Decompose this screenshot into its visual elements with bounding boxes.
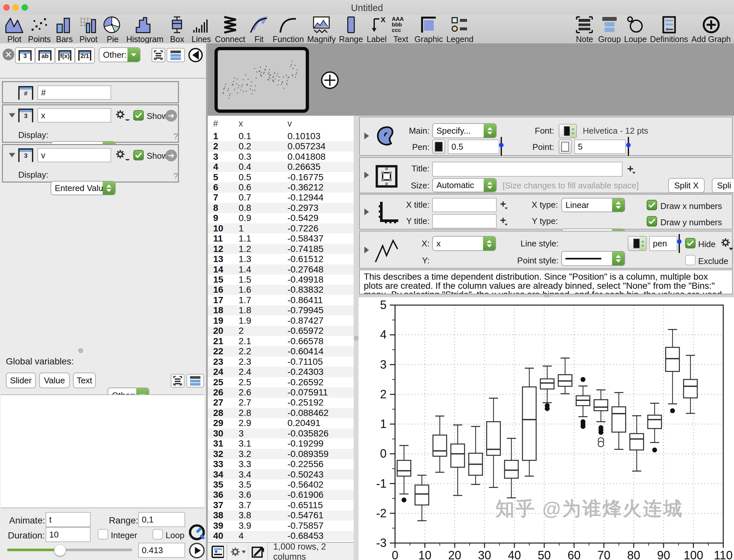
- table-row[interactable]: 18 1.8 -0.79945: [208, 305, 354, 316]
- cell-v[interactable]: 0.10103: [287, 131, 320, 141]
- table-row[interactable]: 12 1.2 -0.74185: [208, 244, 354, 254]
- toolbar-button-text[interactable]: AAAbbbcccText: [390, 16, 411, 44]
- table-row[interactable]: 20 2 -0.65972: [208, 326, 354, 336]
- cell-x[interactable]: 2.5: [239, 377, 251, 388]
- pen-width-field[interactable]: 0.5: [448, 140, 499, 154]
- table-row[interactable]: 15 1.5 -0.49918: [208, 274, 354, 285]
- cell-v[interactable]: -0.27648: [287, 264, 324, 275]
- table-row[interactable]: 22 2.2 -0.60414: [208, 346, 354, 356]
- cell-v[interactable]: -0.58437: [287, 233, 324, 244]
- table-row[interactable]: 35 3.5 -0.56402: [208, 479, 354, 490]
- cell-x[interactable]: 0.2: [239, 141, 251, 152]
- display-dropdown-v[interactable]: Entered Value: [51, 181, 116, 195]
- cell-x[interactable]: 3.6: [239, 490, 251, 500]
- cell-v[interactable]: -0.56402: [287, 479, 324, 490]
- table-row[interactable]: 32 3.2 -0.089359: [208, 449, 354, 459]
- cell-x[interactable]: 2.3: [239, 357, 251, 367]
- cell-v[interactable]: -0.24303: [287, 367, 324, 377]
- table-row[interactable]: 21 2.1 -0.66578: [208, 336, 354, 346]
- cell-v[interactable]: -0.19299: [287, 438, 324, 449]
- list-view-button[interactable]: [152, 48, 165, 62]
- cell-v[interactable]: -0.68453: [287, 531, 324, 541]
- table-definitions-icon[interactable]: [211, 546, 224, 558]
- cell-v[interactable]: -0.87427: [287, 316, 324, 326]
- add-number-column-button[interactable]: 3: [15, 47, 35, 64]
- x-title-field[interactable]: [432, 198, 497, 212]
- table-row[interactable]: 24 2.4 -0.24303: [208, 367, 354, 377]
- toolbar-button-histogram[interactable]: Histogram: [126, 16, 163, 44]
- cell-x[interactable]: 2.1: [239, 336, 251, 346]
- table-row[interactable]: 11 1.1 -0.58437: [208, 234, 354, 244]
- font-colorwell[interactable]: [559, 124, 577, 138]
- other-column-dropdown[interactable]: Other:: [99, 47, 140, 62]
- hide-checkbox[interactable]: [685, 238, 696, 248]
- table-row[interactable]: 17 1.7 -0.86411: [208, 295, 354, 305]
- cell-v[interactable]: -0.12944: [287, 192, 324, 203]
- exclude-checkbox[interactable]: [685, 255, 696, 265]
- add-slider-variable-button[interactable]: Slider: [6, 373, 36, 388]
- toolbar-button-graphic[interactable]: Graphic: [415, 16, 443, 44]
- header-v[interactable]: v: [287, 119, 292, 129]
- add-binary-column-button[interactable]: 2/1: [75, 47, 95, 64]
- gear-menu-icon-v[interactable]: [115, 149, 130, 160]
- toolbar-button-note[interactable]: Note: [574, 16, 595, 44]
- toolbar-button-bars[interactable]: Bars: [54, 16, 75, 44]
- toolbar-button-plot[interactable]: Plot: [4, 16, 25, 44]
- hash-name-field[interactable]: #: [37, 85, 111, 100]
- table-row[interactable]: 9 0.9 -0.5429: [208, 213, 354, 223]
- cell-x[interactable]: 0.5: [239, 172, 251, 183]
- cell-x[interactable]: 2.9: [239, 418, 251, 428]
- gear-menu-icon-x[interactable]: [115, 110, 130, 121]
- cell-v[interactable]: -0.035826: [287, 428, 329, 439]
- stack-view-button[interactable]: [167, 48, 185, 62]
- help-mark-x[interactable]: ?: [173, 131, 178, 141]
- toolbar-button-points[interactable]: Points: [28, 16, 51, 44]
- column-detail-arrow-x[interactable]: ➔: [165, 110, 177, 122]
- cell-v[interactable]: -0.54761: [287, 510, 324, 521]
- table-row[interactable]: 1 0.1 0.10103: [208, 131, 354, 141]
- cell-x[interactable]: 2.7: [239, 397, 251, 408]
- speaker-button[interactable]: [188, 47, 203, 64]
- animate-variable-field[interactable]: t: [46, 512, 91, 527]
- pen-width-slider[interactable]: [501, 137, 502, 156]
- table-row[interactable]: 6 0.6 -0.36212: [208, 182, 354, 192]
- table-row[interactable]: 10 1 -0.7226: [208, 223, 354, 233]
- toolbar-button-function[interactable]: Function: [273, 16, 304, 44]
- add-expression-column-button[interactable]: f(x): [55, 47, 75, 64]
- cell-x[interactable]: 3.7: [239, 500, 251, 510]
- y-title-field[interactable]: [432, 214, 497, 228]
- plot-description[interactable]: This describes a time dependent distribu…: [359, 270, 733, 294]
- play-button[interactable]: [188, 542, 205, 559]
- toolbar-button-range[interactable]: Range: [339, 16, 363, 44]
- split-y-button[interactable]: Spli: [712, 178, 734, 193]
- cell-x[interactable]: 3.1: [239, 438, 251, 449]
- table-row[interactable]: 30 3 -0.035826: [208, 428, 354, 438]
- cell-v[interactable]: -0.2973: [287, 203, 318, 213]
- cell-v[interactable]: -0.65972: [287, 326, 324, 336]
- loop-checkbox[interactable]: [153, 529, 163, 539]
- table-row[interactable]: 23 2.3 -0.71105: [208, 357, 354, 367]
- cell-x[interactable]: 0.3: [239, 152, 251, 162]
- table-row[interactable]: 39 3.9 -0.75857: [208, 521, 354, 531]
- disclosure-open-icon[interactable]: [9, 113, 15, 118]
- toolbar-button-group[interactable]: Group: [598, 16, 621, 44]
- cell-v[interactable]: -0.36212: [287, 182, 324, 193]
- toolbar-button-definitions[interactable]: Definitions: [650, 16, 688, 44]
- disclosure-closed-icon[interactable]: [364, 247, 369, 254]
- disclosure-closed-icon[interactable]: [364, 133, 369, 140]
- variables-list-view-button[interactable]: [171, 374, 184, 388]
- cell-v[interactable]: -0.25192: [287, 397, 324, 408]
- cell-x[interactable]: 2.6: [239, 387, 251, 398]
- title-field[interactable]: [432, 162, 623, 177]
- range-field[interactable]: 0,1: [138, 512, 185, 527]
- line-pen-slider[interactable]: [679, 234, 680, 253]
- cell-x[interactable]: 1.7: [239, 295, 251, 305]
- cell-x[interactable]: 3.8: [239, 510, 251, 521]
- line-style-dropdown[interactable]: [561, 251, 625, 266]
- cell-x[interactable]: 1: [239, 223, 244, 234]
- time-slider-track[interactable]: [7, 549, 132, 551]
- main-dropdown[interactable]: Specify...: [432, 123, 497, 138]
- cell-v[interactable]: -0.26592: [287, 377, 324, 388]
- cell-x[interactable]: 1.2: [239, 244, 251, 254]
- cell-x[interactable]: 1.3: [239, 254, 251, 264]
